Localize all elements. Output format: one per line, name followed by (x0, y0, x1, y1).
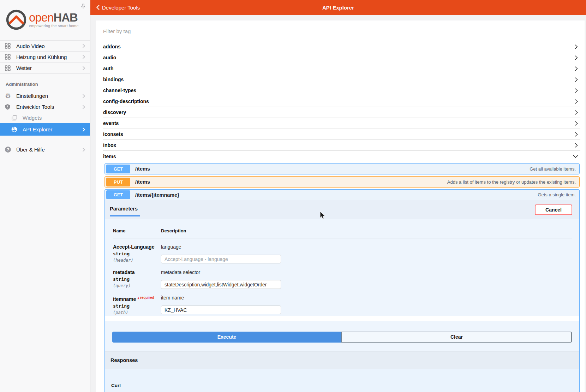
chevron-right-icon (82, 105, 86, 109)
method-badge-get: GET (106, 165, 130, 173)
parameters-body: Name Description Accept-Language string … (105, 219, 579, 316)
op-path: /items (135, 179, 150, 185)
tag-row-iconsets[interactable]: iconsets (103, 129, 580, 140)
sidebar-item-widgets[interactable]: Widgets (0, 112, 90, 123)
api-explorer-panel: addons audio auth bindings channel-types (96, 20, 585, 392)
curl-section: Curl (105, 369, 579, 392)
chevron-right-icon (573, 55, 579, 61)
shield-icon (5, 104, 14, 110)
opblock-get-items[interactable]: GET /items Get all available items. (104, 163, 580, 174)
cancel-button[interactable]: Cancel (535, 204, 572, 215)
op-description: Adds a list of items to the registry or … (447, 179, 576, 185)
chevron-right-icon (573, 131, 579, 137)
required-star: * (137, 296, 139, 302)
sidebar-item-wetter[interactable]: Wetter (0, 63, 90, 73)
chevron-right-icon (82, 94, 86, 99)
tag-row-bindings[interactable]: bindings (103, 74, 580, 85)
chevron-right-icon (82, 127, 86, 132)
metadata-input[interactable] (161, 280, 281, 289)
filter-by-tag-input[interactable] (103, 25, 251, 37)
opblock-get-single-item-header[interactable]: GET /items/{itemname} Gets a single item… (105, 190, 579, 200)
tag-row-audio[interactable]: audio (103, 52, 580, 63)
required-label: required (140, 296, 154, 299)
curl-title: Curl (111, 383, 121, 388)
responses-section-header: Responses (105, 351, 579, 369)
sidebar-item-entwickler-tools[interactable]: Entwickler Tools (0, 101, 90, 112)
chevron-right-icon (573, 44, 579, 50)
chevron-down-icon (572, 154, 579, 159)
tag-row-addons[interactable]: addons (103, 41, 580, 52)
sidebar-item-einstellungen[interactable]: ⚙ Einstellungen (0, 90, 90, 101)
widgets-icon (11, 115, 20, 121)
tag-row-auth[interactable]: auth (103, 63, 580, 74)
chevron-right-icon (82, 147, 86, 152)
back-button[interactable]: Developer Tools (90, 5, 140, 11)
chevron-right-icon (82, 43, 86, 48)
grid-icon (5, 54, 14, 60)
gear-icon: ⚙ (5, 93, 14, 99)
responses-title: Responses (110, 357, 138, 363)
chevron-right-icon (573, 66, 579, 72)
openhab-logo-icon (6, 9, 27, 30)
column-header-description: Description (161, 228, 186, 233)
chevron-right-icon (573, 120, 579, 126)
chevron-right-icon (573, 77, 579, 83)
op-path: /items/{itemname} (135, 192, 179, 198)
execute-wrapper: Execute Clear (105, 321, 579, 351)
clear-button[interactable]: Clear (341, 332, 572, 343)
sidebar-item-heizung[interactable]: Heizung und Kühlung (0, 52, 90, 63)
chevron-left-icon (96, 5, 100, 10)
param-row-accept-language: Accept-Language string (header) language (113, 243, 572, 264)
itemname-input[interactable] (161, 305, 281, 314)
chevron-right-icon (573, 109, 579, 115)
help-icon: ? (5, 147, 14, 153)
sidebar-item-ueber-hilfe[interactable]: ? Über & Hilfe (0, 144, 90, 155)
method-badge-put: PUT (106, 178, 130, 186)
grid-icon (5, 65, 14, 71)
pin-icon[interactable] (80, 4, 86, 11)
sidebar-section-administration: Administration (0, 74, 90, 90)
brand-tagline: empowering the smart home (29, 24, 79, 28)
tag-row-inbox[interactable]: inbox (103, 140, 580, 151)
sidebar-item-audio-video[interactable]: Audio Video (0, 41, 90, 52)
param-row-metadata: metadata string (query) metadata selecto… (113, 269, 572, 289)
opblock-put-items[interactable]: PUT /items Adds a list of items to the r… (104, 176, 580, 188)
op-description: Gets a single item. (538, 192, 576, 197)
op-path: /items (135, 166, 150, 172)
execute-button[interactable]: Execute (112, 332, 341, 343)
sidebar-item-api-explorer[interactable]: API Explorer (0, 123, 90, 136)
brand-wordmark: openHAB (29, 12, 79, 23)
opblock-get-single-item: GET /items/{itemname} Gets a single item… (104, 189, 580, 392)
tab-parameters: Parameters (110, 204, 140, 215)
api-icon (11, 126, 20, 132)
chevron-right-icon (573, 99, 579, 105)
tag-row-items[interactable]: items (103, 151, 580, 162)
chevron-right-icon (82, 54, 86, 59)
page-title: API Explorer (90, 5, 586, 11)
chevron-right-icon (573, 88, 579, 94)
grid-icon (5, 43, 14, 49)
operations-list: GET /items Get all available items. PUT … (104, 163, 580, 392)
tag-row-channel-types[interactable]: channel-types (103, 85, 580, 96)
back-label: Developer Tools (102, 5, 140, 11)
column-header-name: Name (113, 228, 161, 233)
op-description: Get all available items. (530, 166, 576, 172)
chevron-right-icon (573, 142, 579, 148)
sidebar: openHAB empowering the smart home Audio … (0, 0, 90, 392)
accept-language-input[interactable] (161, 255, 281, 263)
tag-list: addons audio auth bindings channel-types (103, 41, 580, 162)
tab-active-indicator (110, 215, 140, 216)
tag-row-discovery[interactable]: discovery (103, 107, 580, 118)
tag-row-events[interactable]: events (103, 118, 580, 129)
parameters-section-header: Parameters Cancel (105, 200, 579, 219)
app-header: Developer Tools API Explorer (90, 0, 586, 15)
chevron-right-icon (82, 66, 86, 71)
param-row-itemname: itemname *required string (path) item na… (113, 294, 572, 316)
tag-row-config-descriptions[interactable]: config-descriptions (103, 96, 580, 107)
openhab-logo: openHAB empowering the smart home (0, 0, 90, 36)
method-badge-get: GET (106, 190, 130, 199)
